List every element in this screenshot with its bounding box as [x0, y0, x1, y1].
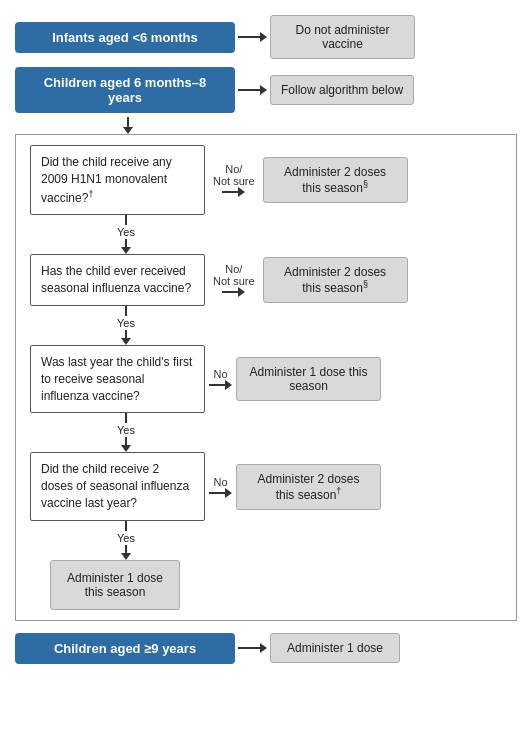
children-9-header: Children aged ≥9 years [15, 633, 235, 664]
q4-yes-connector: Yes [117, 521, 135, 560]
q2-row: Has the child ever received seasonal inf… [30, 254, 408, 306]
final-result-box: Administer 1 dose this season [50, 560, 180, 610]
q1-yes-connector: Yes [117, 215, 135, 254]
q3-row: Was last year the child's first to recei… [30, 345, 381, 413]
q3-box: Was last year the child's first to recei… [30, 345, 205, 413]
children-9-arrow [238, 643, 267, 653]
infants-result: Do not administer vaccine [270, 15, 415, 59]
q2-no-arrow [222, 287, 245, 297]
q1-yes-label: Yes [117, 226, 135, 238]
q1-no-arrow [222, 187, 245, 197]
q4-no-label: No [213, 476, 227, 488]
infants-header: Infants aged <6 months [15, 22, 235, 53]
children-9-row: Children aged ≥9 years Administer 1 dose [15, 633, 517, 664]
children-header-row: Children aged 6 months–8 years Follow al… [15, 67, 517, 113]
q2-no-label: No/ Not sure [213, 263, 255, 287]
q3-yes-label: Yes [117, 424, 135, 436]
infants-arrow [238, 32, 267, 42]
q4-yes-label: Yes [117, 532, 135, 544]
children-6-8-result: Follow algorithm below [270, 75, 414, 105]
final-result-wrapper: Administer 1 dose this season [50, 560, 180, 610]
algorithm-box: Did the child receive any 2009 H1N1 mono… [15, 134, 517, 621]
children-6-8-arrow [238, 85, 267, 95]
q2-result: Administer 2 doses this season§ [263, 257, 408, 303]
flowchart: Infants aged <6 months Do not administer… [15, 15, 517, 664]
q3-no-arrow [209, 380, 232, 390]
q3-yes-connector: Yes [117, 413, 135, 452]
q3-no-label: No [213, 368, 227, 380]
q1-result: Administer 2 doses this season§ [263, 157, 408, 203]
into-algo-arrow [123, 117, 133, 134]
q4-result: Administer 2 doses this season† [236, 464, 381, 510]
q4-box: Did the child receive 2 doses of seasona… [30, 452, 205, 520]
children-6-8-header: Children aged 6 months–8 years [15, 67, 235, 113]
q4-no-arrow [209, 488, 232, 498]
q2-yes-label: Yes [117, 317, 135, 329]
q1-row: Did the child receive any 2009 H1N1 mono… [30, 145, 408, 215]
q1-no-label: No/ Not sure [213, 163, 255, 187]
q4-row: Did the child receive 2 doses of seasona… [30, 452, 381, 520]
children-9-result: Administer 1 dose [270, 633, 400, 663]
q3-result: Administer 1 dose this season [236, 357, 381, 401]
q2-yes-connector: Yes [117, 306, 135, 345]
q1-box: Did the child receive any 2009 H1N1 mono… [30, 145, 205, 215]
infants-row: Infants aged <6 months Do not administer… [15, 15, 517, 59]
q2-box: Has the child ever received seasonal inf… [30, 254, 205, 306]
